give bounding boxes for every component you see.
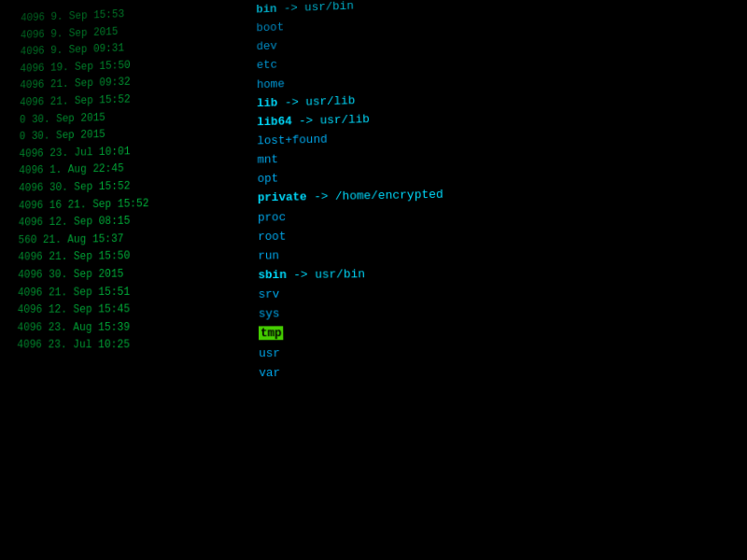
symlink-arrow: -> usr/bin — [287, 267, 365, 282]
dir-name-bold: sbin — [258, 268, 286, 282]
dir-name: mnt — [257, 153, 278, 167]
symlink-arrow: -> usr/lib — [292, 112, 370, 128]
dir-name: sys — [259, 307, 280, 321]
dir-name: srv — [259, 287, 280, 301]
terminal-window: 4096 9. Sep 15:534096 9. Sep 20154096 9.… — [0, 0, 747, 560]
dir-name: run — [258, 248, 279, 262]
dir-name-bold: private — [258, 190, 307, 205]
file-info-column: 4096 9. Sep 15:534096 9. Sep 20154096 9.… — [0, 0, 257, 560]
symlink-arrow: -> usr/bin — [276, 0, 353, 15]
file-info-row: 4096 12. Sep 15:45 — [18, 301, 251, 318]
dir-name: dev — [257, 39, 277, 53]
dir-name: lost+found — [257, 133, 327, 147]
file-info-row: 4096 21. Sep 15:51 — [18, 283, 251, 301]
symlink-arrow: -> usr/lib — [277, 93, 355, 109]
directory-row: sys — [259, 302, 747, 324]
dir-name: usr — [259, 346, 280, 360]
dir-name: proc — [258, 210, 286, 224]
directory-listing-column: bin -> usr/binbootdevetchomelib -> usr/l… — [252, 0, 747, 560]
dir-name-bold: lib64 — [257, 115, 292, 129]
dir-name: boot — [256, 21, 284, 35]
directory-row: var — [259, 364, 747, 385]
directory-row: srv — [259, 282, 747, 304]
file-info-row: 4096 23. Aug 15:39 — [17, 318, 251, 336]
terminal-screen: 4096 9. Sep 15:534096 9. Sep 20154096 9.… — [0, 0, 747, 560]
dir-name-bold: lib — [257, 96, 277, 110]
directory-row: usr — [259, 343, 747, 363]
symlink-arrow: -> /home/encrypted — [306, 188, 443, 203]
directory-row: tmp — [259, 323, 747, 343]
file-info-row: 4096 21. Sep 15:50 — [18, 246, 250, 266]
file-info-row: 4096 12. Sep 08:15 — [19, 211, 251, 231]
dir-name: home — [257, 77, 285, 91]
file-info-row: 560 21. Aug 15:37 — [18, 229, 250, 248]
dir-name: root — [258, 230, 286, 244]
dir-name-highlight: tmp — [259, 327, 284, 341]
dir-name-bold: bin — [256, 2, 276, 16]
dir-name: opt — [258, 172, 279, 186]
dir-name: var — [259, 366, 280, 380]
file-info-row: 4096 23. Jul 10:25 — [17, 337, 251, 354]
file-info-row: 4096 30. Sep 2015 — [18, 264, 251, 283]
dir-name: etc — [257, 58, 277, 72]
